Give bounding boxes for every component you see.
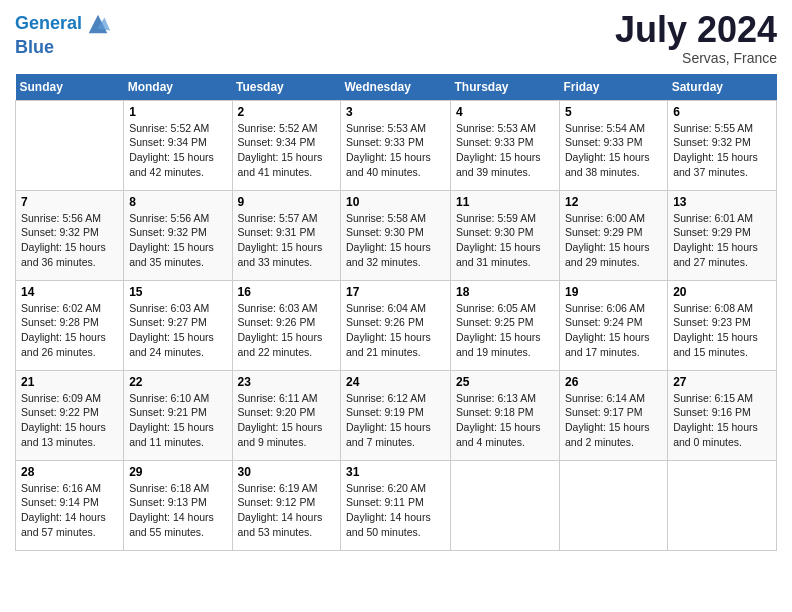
cell-info: Sunrise: 6:05 AMSunset: 9:25 PMDaylight:… [456, 301, 554, 360]
day-number: 10 [346, 195, 445, 209]
calendar-cell: 30 Sunrise: 6:19 AMSunset: 9:12 PMDaylig… [232, 460, 341, 550]
calendar-cell: 27 Sunrise: 6:15 AMSunset: 9:16 PMDaylig… [668, 370, 777, 460]
day-number: 21 [21, 375, 118, 389]
day-number: 1 [129, 105, 226, 119]
calendar-cell: 22 Sunrise: 6:10 AMSunset: 9:21 PMDaylig… [124, 370, 232, 460]
week-row-3: 14 Sunrise: 6:02 AMSunset: 9:28 PMDaylig… [16, 280, 777, 370]
calendar-cell: 21 Sunrise: 6:09 AMSunset: 9:22 PMDaylig… [16, 370, 124, 460]
calendar-cell: 7 Sunrise: 5:56 AMSunset: 9:32 PMDayligh… [16, 190, 124, 280]
cell-info: Sunrise: 6:08 AMSunset: 9:23 PMDaylight:… [673, 301, 771, 360]
day-number: 13 [673, 195, 771, 209]
cell-info: Sunrise: 5:52 AMSunset: 9:34 PMDaylight:… [238, 121, 336, 180]
week-row-2: 7 Sunrise: 5:56 AMSunset: 9:32 PMDayligh… [16, 190, 777, 280]
location-subtitle: Servas, France [615, 50, 777, 66]
calendar-cell: 25 Sunrise: 6:13 AMSunset: 9:18 PMDaylig… [450, 370, 559, 460]
calendar-cell: 4 Sunrise: 5:53 AMSunset: 9:33 PMDayligh… [450, 100, 559, 190]
day-number: 3 [346, 105, 445, 119]
day-number: 14 [21, 285, 118, 299]
calendar-cell: 15 Sunrise: 6:03 AMSunset: 9:27 PMDaylig… [124, 280, 232, 370]
day-number: 30 [238, 465, 336, 479]
cell-info: Sunrise: 6:19 AMSunset: 9:12 PMDaylight:… [238, 481, 336, 540]
calendar-cell: 3 Sunrise: 5:53 AMSunset: 9:33 PMDayligh… [341, 100, 451, 190]
calendar-cell: 13 Sunrise: 6:01 AMSunset: 9:29 PMDaylig… [668, 190, 777, 280]
calendar-cell: 24 Sunrise: 6:12 AMSunset: 9:19 PMDaylig… [341, 370, 451, 460]
calendar-cell: 9 Sunrise: 5:57 AMSunset: 9:31 PMDayligh… [232, 190, 341, 280]
cell-info: Sunrise: 6:14 AMSunset: 9:17 PMDaylight:… [565, 391, 662, 450]
month-title: July 2024 [615, 10, 777, 50]
cell-info: Sunrise: 6:03 AMSunset: 9:26 PMDaylight:… [238, 301, 336, 360]
logo-text: General [15, 14, 82, 34]
cell-info: Sunrise: 6:06 AMSunset: 9:24 PMDaylight:… [565, 301, 662, 360]
day-number: 8 [129, 195, 226, 209]
calendar-cell: 26 Sunrise: 6:14 AMSunset: 9:17 PMDaylig… [559, 370, 667, 460]
cell-info: Sunrise: 6:01 AMSunset: 9:29 PMDaylight:… [673, 211, 771, 270]
cell-info: Sunrise: 6:03 AMSunset: 9:27 PMDaylight:… [129, 301, 226, 360]
day-number: 29 [129, 465, 226, 479]
week-row-5: 28 Sunrise: 6:16 AMSunset: 9:14 PMDaylig… [16, 460, 777, 550]
day-number: 23 [238, 375, 336, 389]
day-number: 19 [565, 285, 662, 299]
day-number: 11 [456, 195, 554, 209]
cell-info: Sunrise: 6:13 AMSunset: 9:18 PMDaylight:… [456, 391, 554, 450]
cell-info: Sunrise: 5:56 AMSunset: 9:32 PMDaylight:… [129, 211, 226, 270]
day-number: 27 [673, 375, 771, 389]
cell-info: Sunrise: 6:04 AMSunset: 9:26 PMDaylight:… [346, 301, 445, 360]
logo: General Blue [15, 10, 112, 58]
calendar-cell: 11 Sunrise: 5:59 AMSunset: 9:30 PMDaylig… [450, 190, 559, 280]
calendar-cell [559, 460, 667, 550]
week-row-1: 1 Sunrise: 5:52 AMSunset: 9:34 PMDayligh… [16, 100, 777, 190]
calendar-cell: 18 Sunrise: 6:05 AMSunset: 9:25 PMDaylig… [450, 280, 559, 370]
day-number: 17 [346, 285, 445, 299]
cell-info: Sunrise: 5:56 AMSunset: 9:32 PMDaylight:… [21, 211, 118, 270]
cell-info: Sunrise: 6:09 AMSunset: 9:22 PMDaylight:… [21, 391, 118, 450]
col-header-friday: Friday [559, 74, 667, 101]
day-number: 28 [21, 465, 118, 479]
logo-general: General [15, 13, 82, 33]
calendar-cell [16, 100, 124, 190]
day-number: 2 [238, 105, 336, 119]
day-number: 31 [346, 465, 445, 479]
cell-info: Sunrise: 5:57 AMSunset: 9:31 PMDaylight:… [238, 211, 336, 270]
cell-info: Sunrise: 5:59 AMSunset: 9:30 PMDaylight:… [456, 211, 554, 270]
page-header: General Blue July 2024 Servas, France [15, 10, 777, 66]
cell-info: Sunrise: 6:00 AMSunset: 9:29 PMDaylight:… [565, 211, 662, 270]
col-header-tuesday: Tuesday [232, 74, 341, 101]
day-number: 9 [238, 195, 336, 209]
col-header-monday: Monday [124, 74, 232, 101]
cell-info: Sunrise: 6:16 AMSunset: 9:14 PMDaylight:… [21, 481, 118, 540]
title-block: July 2024 Servas, France [615, 10, 777, 66]
day-number: 25 [456, 375, 554, 389]
col-header-wednesday: Wednesday [341, 74, 451, 101]
day-number: 26 [565, 375, 662, 389]
calendar-cell: 23 Sunrise: 6:11 AMSunset: 9:20 PMDaylig… [232, 370, 341, 460]
calendar-cell: 31 Sunrise: 6:20 AMSunset: 9:11 PMDaylig… [341, 460, 451, 550]
cell-info: Sunrise: 5:58 AMSunset: 9:30 PMDaylight:… [346, 211, 445, 270]
day-number: 12 [565, 195, 662, 209]
calendar-cell [668, 460, 777, 550]
logo-blue: Blue [15, 38, 112, 58]
cell-info: Sunrise: 5:53 AMSunset: 9:33 PMDaylight:… [456, 121, 554, 180]
col-header-saturday: Saturday [668, 74, 777, 101]
calendar-cell: 14 Sunrise: 6:02 AMSunset: 9:28 PMDaylig… [16, 280, 124, 370]
header-row: SundayMondayTuesdayWednesdayThursdayFrid… [16, 74, 777, 101]
cell-info: Sunrise: 6:12 AMSunset: 9:19 PMDaylight:… [346, 391, 445, 450]
calendar-cell: 6 Sunrise: 5:55 AMSunset: 9:32 PMDayligh… [668, 100, 777, 190]
calendar-cell: 1 Sunrise: 5:52 AMSunset: 9:34 PMDayligh… [124, 100, 232, 190]
cell-info: Sunrise: 5:54 AMSunset: 9:33 PMDaylight:… [565, 121, 662, 180]
calendar-cell: 2 Sunrise: 5:52 AMSunset: 9:34 PMDayligh… [232, 100, 341, 190]
calendar-cell: 20 Sunrise: 6:08 AMSunset: 9:23 PMDaylig… [668, 280, 777, 370]
day-number: 20 [673, 285, 771, 299]
calendar-cell: 10 Sunrise: 5:58 AMSunset: 9:30 PMDaylig… [341, 190, 451, 280]
day-number: 15 [129, 285, 226, 299]
cell-info: Sunrise: 5:55 AMSunset: 9:32 PMDaylight:… [673, 121, 771, 180]
calendar-cell: 8 Sunrise: 5:56 AMSunset: 9:32 PMDayligh… [124, 190, 232, 280]
cell-info: Sunrise: 6:18 AMSunset: 9:13 PMDaylight:… [129, 481, 226, 540]
calendar-cell [450, 460, 559, 550]
cell-info: Sunrise: 5:52 AMSunset: 9:34 PMDaylight:… [129, 121, 226, 180]
calendar-cell: 28 Sunrise: 6:16 AMSunset: 9:14 PMDaylig… [16, 460, 124, 550]
day-number: 18 [456, 285, 554, 299]
cell-info: Sunrise: 6:10 AMSunset: 9:21 PMDaylight:… [129, 391, 226, 450]
day-number: 6 [673, 105, 771, 119]
day-number: 4 [456, 105, 554, 119]
day-number: 24 [346, 375, 445, 389]
